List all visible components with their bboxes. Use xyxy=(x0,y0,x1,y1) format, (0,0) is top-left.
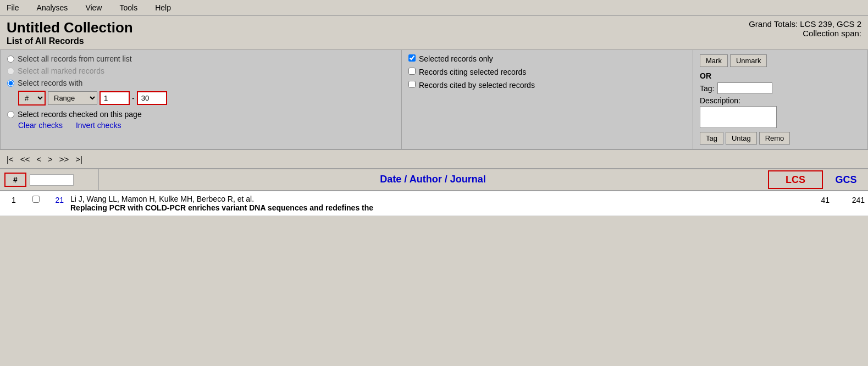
table-row: 1 21 Li J, Wang LL, Mamon H, Kulke MH, B… xyxy=(0,191,868,216)
row-gcs: 241 xyxy=(835,195,868,204)
citing-records-label: Records citing selected records xyxy=(419,68,526,76)
tag-button[interactable]: Tag xyxy=(700,132,723,145)
menu-help[interactable]: Help xyxy=(153,2,173,13)
option4-radio[interactable] xyxy=(7,111,14,118)
selected-only-row: Selected records only xyxy=(408,54,686,63)
option2-radio[interactable] xyxy=(7,68,14,75)
option3-label: Select records with xyxy=(18,79,82,87)
range-to-input[interactable] xyxy=(137,91,167,105)
th-hash-symbol: # xyxy=(4,173,26,187)
invert-checks-link[interactable]: Invert checks xyxy=(76,121,121,130)
untag-button[interactable]: Untag xyxy=(726,132,757,145)
selection-left: Select all records from current list Sel… xyxy=(1,50,402,149)
menu-file[interactable]: File xyxy=(4,2,21,13)
tag-input[interactable] xyxy=(717,82,772,94)
range-type-select[interactable]: Range xyxy=(48,91,97,105)
th-main-col: Date / Author / Journal xyxy=(99,169,767,190)
table-area: # Date / Author / Journal LCS GCS 1 21 L… xyxy=(0,169,868,216)
or-label: OR xyxy=(700,71,861,80)
option4-row: Select records checked on this page xyxy=(7,110,395,119)
grand-totals-text: Grand Totals: LCS 239, GCS 2 xyxy=(749,19,861,29)
cited-records-checkbox[interactable] xyxy=(408,81,416,88)
nav-first[interactable]: |< xyxy=(7,154,14,164)
description-textarea[interactable] xyxy=(700,106,777,128)
selection-middle: Selected records only Records citing sel… xyxy=(402,50,693,149)
menu-view[interactable]: View xyxy=(83,2,104,13)
collection-title: Untitled Collection xyxy=(7,19,133,36)
nav-prev-prev[interactable]: << xyxy=(20,154,30,164)
title-left: Untitled Collection List of All Records xyxy=(7,19,133,46)
list-subtitle: List of All Records xyxy=(7,36,133,46)
range-dash: - xyxy=(132,94,135,103)
selection-panel: Select all records from current list Sel… xyxy=(0,49,868,149)
option3-radio[interactable] xyxy=(7,80,14,87)
cited-records-row: Records cited by selected records xyxy=(408,81,686,90)
th-num-col: # xyxy=(0,169,99,190)
tag-row: Tag: xyxy=(700,82,861,94)
th-num-input[interactable] xyxy=(30,174,74,186)
mark-button[interactable]: Mark xyxy=(700,54,728,67)
option4-label: Select records checked on this page xyxy=(18,110,142,119)
th-lcs-col[interactable]: LCS xyxy=(768,170,823,189)
row-ref-num: 21 xyxy=(44,195,66,204)
check-links-row: Clear checks Invert checks xyxy=(18,121,395,130)
selected-only-label: Selected records only xyxy=(419,54,493,63)
grand-totals: Grand Totals: LCS 239, GCS 2 Collection … xyxy=(749,19,861,38)
range-row: # Range - xyxy=(18,91,395,106)
option2-row: Select all marked records xyxy=(7,66,395,75)
table-header: # Date / Author / Journal LCS GCS xyxy=(0,169,868,191)
th-gcs-col[interactable]: GCS xyxy=(824,169,868,190)
option1-label: Select all records from current list xyxy=(18,54,132,63)
selected-only-checkbox[interactable] xyxy=(408,54,416,62)
row-checkbox-cell xyxy=(27,195,44,204)
nav-next-next[interactable]: >> xyxy=(59,154,69,164)
row-lcs: 41 xyxy=(791,195,835,204)
action-buttons-row: Tag Untag Remo xyxy=(700,132,861,145)
range-from-input[interactable] xyxy=(99,91,130,105)
title-area: Untitled Collection List of All Records … xyxy=(0,16,868,49)
citing-records-row: Records citing selected records xyxy=(408,68,686,76)
option1-radio[interactable] xyxy=(7,56,14,63)
menu-analyses[interactable]: Analyses xyxy=(35,2,70,13)
citing-records-checkbox[interactable] xyxy=(408,68,416,75)
option3-row: Select records with xyxy=(7,79,395,87)
row-authors: Li J, Wang LL, Mamon H, Kulke MH, Berbec… xyxy=(70,195,787,203)
row-title: Replacing PCR with COLD-PCR enriches var… xyxy=(70,203,787,212)
nav-next[interactable]: > xyxy=(48,154,53,164)
row-checkbox[interactable] xyxy=(32,196,40,203)
mark-unmark-row: Mark Unmark xyxy=(700,54,861,67)
cited-records-label: Records cited by selected records xyxy=(419,81,535,90)
row-content: Li J, Wang LL, Mamon H, Kulke MH, Berbec… xyxy=(66,195,791,212)
field-type-select[interactable]: # xyxy=(18,91,46,106)
nav-prev[interactable]: < xyxy=(36,154,41,164)
option1-row: Select all records from current list xyxy=(7,54,395,63)
menu-tools[interactable]: Tools xyxy=(117,2,140,13)
unmark-button[interactable]: Unmark xyxy=(730,54,767,67)
nav-last[interactable]: >| xyxy=(75,154,82,164)
remove-button[interactable]: Remo xyxy=(759,132,790,145)
option2-label: Select all marked records xyxy=(18,66,104,75)
row-number: 1 xyxy=(0,195,27,204)
collection-span-text: Collection span: xyxy=(749,29,861,38)
tag-label: Tag: xyxy=(700,84,714,93)
description-label: Description: xyxy=(700,96,861,105)
menubar: File Analyses View Tools Help xyxy=(0,0,868,16)
clear-checks-link[interactable]: Clear checks xyxy=(18,121,63,130)
selection-right: Mark Unmark OR Tag: Description: Tag Unt… xyxy=(693,50,867,149)
navigation-bar: |< << < > >> >| xyxy=(0,149,868,169)
